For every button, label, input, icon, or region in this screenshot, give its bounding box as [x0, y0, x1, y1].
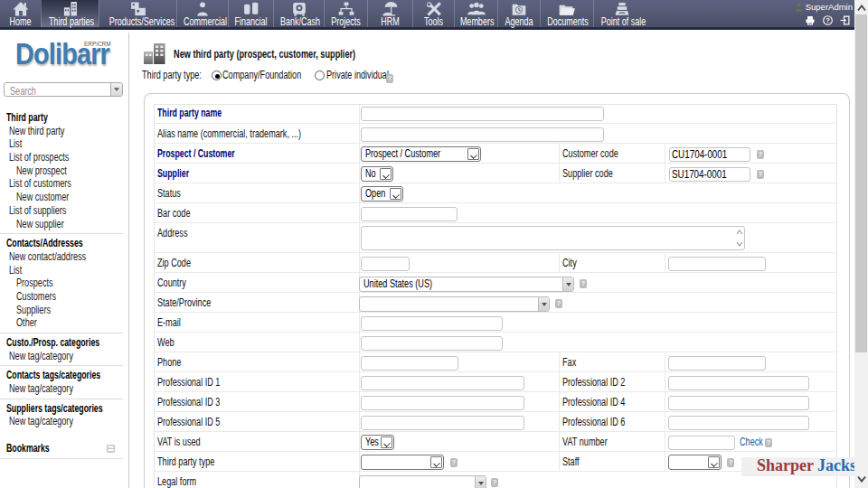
- svg-text:?: ?: [826, 16, 830, 24]
